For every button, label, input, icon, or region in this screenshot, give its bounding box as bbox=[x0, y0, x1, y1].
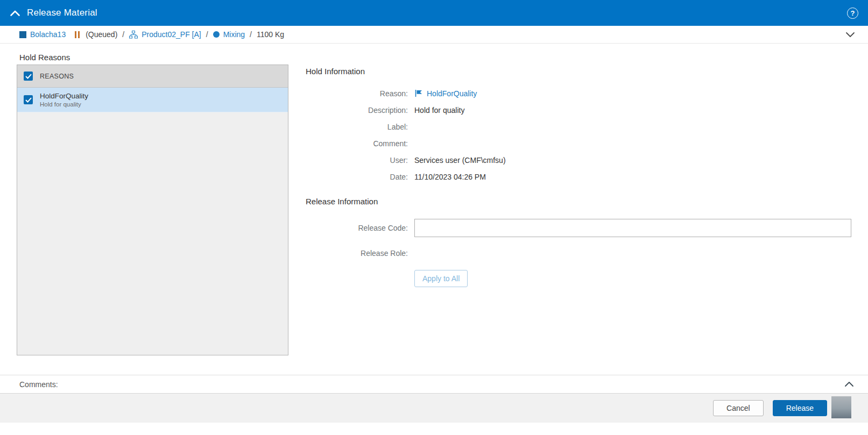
step-link[interactable]: Mixing bbox=[223, 30, 245, 39]
select-all-checkbox[interactable] bbox=[24, 72, 33, 81]
material-quantity: 1100 Kg bbox=[257, 30, 284, 39]
help-icon[interactable]: ? bbox=[847, 8, 858, 19]
release-code-label: Release Code: bbox=[306, 224, 408, 232]
info-row-reason: Reason: HoldForQuality bbox=[306, 85, 855, 102]
reason-name: HoldForQuality bbox=[40, 92, 88, 100]
product-link[interactable]: Product02_PF [A] bbox=[142, 30, 201, 39]
field-label: User: bbox=[306, 156, 408, 165]
collapse-up-icon[interactable] bbox=[10, 9, 20, 17]
release-button[interactable]: Release bbox=[773, 400, 827, 416]
release-role-label: Release Role: bbox=[306, 249, 408, 258]
info-row-description: Description: Hold for quality bbox=[306, 102, 855, 118]
column-header-reasons: REASONS bbox=[40, 73, 74, 80]
info-row-user: User: Services user (CMF\cmfsu) bbox=[306, 152, 855, 168]
field-label: Date: bbox=[306, 173, 408, 181]
table-header-row: REASONS bbox=[17, 65, 288, 88]
reason-description: Hold for quality bbox=[40, 101, 88, 108]
field-value: Services user (CMF\cmfsu) bbox=[414, 156, 506, 165]
breadcrumb-product: Product02_PF [A] bbox=[129, 30, 201, 39]
breadcrumb-step: Mixing bbox=[213, 30, 245, 39]
page-title: Release Material bbox=[27, 8, 97, 18]
footer-action-bar: Cancel Release bbox=[0, 393, 868, 423]
hold-information-title: Hold Information bbox=[306, 67, 855, 76]
field-value: Hold for quality bbox=[414, 106, 464, 115]
field-label: Label: bbox=[306, 123, 408, 131]
field-label: Reason: bbox=[306, 89, 408, 98]
chevron-up-icon[interactable] bbox=[844, 381, 854, 387]
field-label: Description: bbox=[306, 106, 408, 115]
field-value: 11/10/2023 04:26 PM bbox=[414, 173, 486, 181]
step-icon bbox=[213, 31, 220, 38]
breadcrumb-separator: / bbox=[250, 30, 252, 39]
details-panel: Hold Information Reason: HoldForQuality … bbox=[306, 67, 855, 287]
material-icon bbox=[19, 31, 26, 38]
row-checkbox[interactable] bbox=[24, 95, 33, 104]
product-icon bbox=[129, 31, 138, 39]
breadcrumb-material: Bolacha13 (Queued) bbox=[19, 30, 117, 39]
screen-artifact bbox=[831, 396, 851, 418]
comments-bar: Comments: bbox=[0, 375, 868, 393]
cancel-button[interactable]: Cancel bbox=[713, 400, 764, 416]
hold-reasons-table: REASONS HoldForQuality Hold for quality bbox=[17, 65, 288, 355]
info-row-label: Label: bbox=[306, 118, 855, 135]
release-information-title: Release Information bbox=[306, 197, 855, 206]
breadcrumb-separator: / bbox=[206, 30, 208, 39]
release-code-row: Release Code: bbox=[306, 219, 855, 237]
apply-to-all-button[interactable]: Apply to All bbox=[414, 270, 468, 287]
info-row-comment: Comment: bbox=[306, 135, 855, 152]
field-label: Comment: bbox=[306, 139, 408, 148]
release-code-input[interactable] bbox=[414, 219, 851, 237]
queued-pause-icon bbox=[75, 31, 80, 38]
hold-reasons-title: Hold Reasons bbox=[19, 53, 70, 62]
info-row-date: Date: 11/10/2023 04:26 PM bbox=[306, 168, 855, 185]
release-material-dialog: Release Material ? Bolacha13 (Queued) / … bbox=[0, 0, 868, 435]
hold-reason-link[interactable]: HoldForQuality bbox=[427, 89, 477, 98]
breadcrumb: Bolacha13 (Queued) / Product02_PF [A] / … bbox=[0, 26, 868, 44]
material-link[interactable]: Bolacha13 bbox=[30, 30, 66, 39]
chevron-down-icon[interactable] bbox=[845, 32, 855, 38]
top-bar: Release Material ? bbox=[0, 0, 868, 26]
comments-label: Comments: bbox=[19, 380, 58, 389]
breadcrumb-separator: / bbox=[122, 30, 124, 39]
table-row[interactable]: HoldForQuality Hold for quality bbox=[17, 88, 288, 112]
flag-icon bbox=[414, 89, 423, 97]
material-state: (Queued) bbox=[86, 30, 117, 39]
hold-information-fields: Reason: HoldForQuality Description: Hold… bbox=[306, 85, 855, 185]
release-role-row: Release Role: bbox=[306, 245, 855, 261]
